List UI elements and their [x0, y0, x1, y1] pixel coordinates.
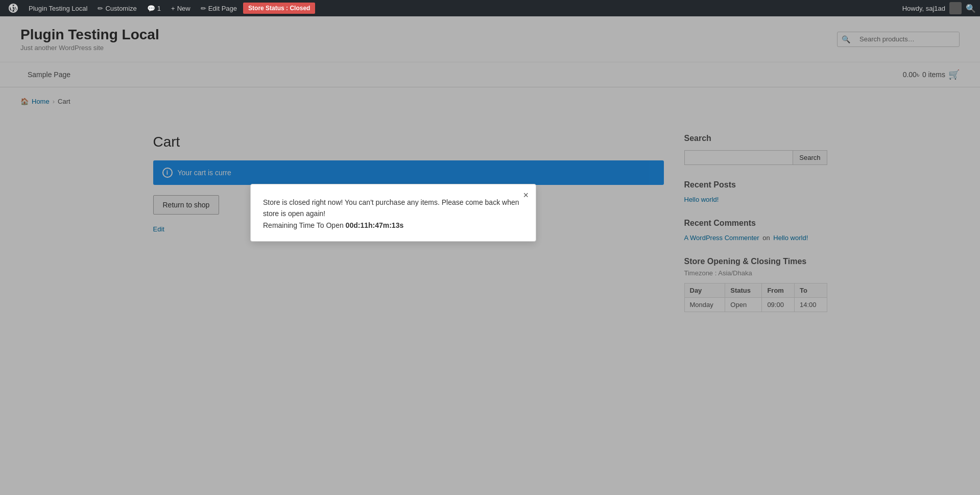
wp-logo[interactable] [4, 0, 22, 16]
admin-bar: Plugin Testing Local ✏ Customize 💬 1 + N… [0, 0, 980, 16]
modal-message-line1: Store is closed right now! You can't pur… [263, 198, 519, 218]
modal-message: Store is closed right now! You can't pur… [263, 197, 523, 231]
adminbar-search-icon[interactable]: 🔍 [966, 4, 976, 13]
adminbar-site-name[interactable]: Plugin Testing Local [25, 0, 91, 16]
adminbar-new[interactable]: + New [167, 0, 195, 16]
modal-time-prefix: Remaining Time To Open [263, 221, 346, 229]
modal-box: × Store is closed right now! You can't p… [250, 184, 536, 242]
modal-timer: 00d:11h:47m:13s [346, 221, 404, 229]
adminbar-customize[interactable]: ✏ Customize [93, 0, 140, 16]
modal-overlay: × Store is closed right now! You can't p… [0, 0, 980, 495]
store-status-badge[interactable]: Store Status : Closed [243, 3, 315, 14]
adminbar-right: Howdy, saj1ad 🔍 [902, 2, 976, 14]
adminbar-comments[interactable]: 💬 1 [143, 0, 165, 16]
adminbar-avatar [949, 2, 962, 14]
modal-close-button[interactable]: × [523, 191, 529, 200]
adminbar-edit-page[interactable]: ✏ Edit Page [197, 0, 241, 16]
